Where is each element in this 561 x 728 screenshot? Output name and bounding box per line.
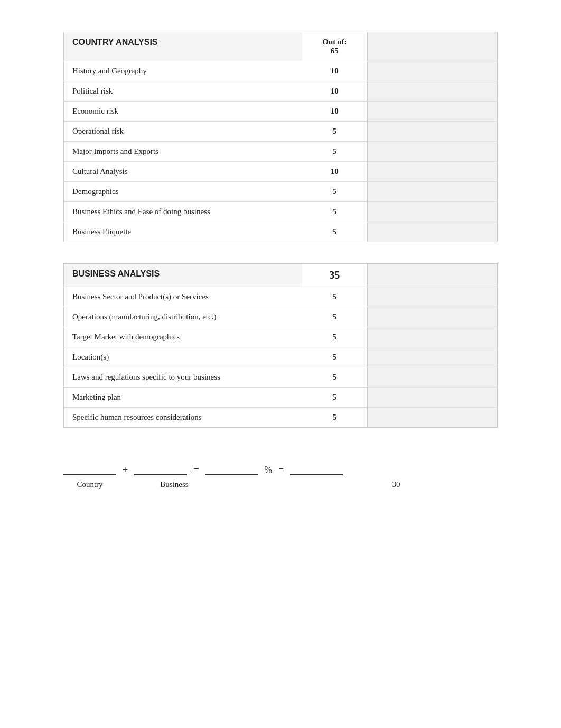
formula-value-30: 30 [370,480,423,489]
country-row-label-5: Cultural Analysis [64,162,303,182]
formula-labels: Country Business 30 [63,480,498,489]
formula-label-business: Business [148,480,201,489]
country-row-score-8: 5 [302,222,367,242]
business-row-label-2: Target Market with demographics [64,327,303,347]
country-row-score-2: 10 [302,102,367,122]
country-row-label-6: Demographics [64,182,303,202]
country-row-input-0[interactable] [367,61,497,81]
country-out-of-header: Out of: 65 [302,32,367,61]
business-row-label-1: Operations (manufacturing, distribution,… [64,307,303,327]
formula-business-blank [134,465,187,475]
country-row-input-4[interactable] [367,142,497,162]
business-row-input-0[interactable] [367,287,497,307]
business-row-input-3[interactable] [367,347,497,367]
business-row-input-5[interactable] [367,388,497,408]
country-row-score-3: 5 [302,122,367,142]
formula-spacer [232,480,338,489]
business-row-input-6[interactable] [367,408,497,428]
business-row-label-6: Specific human resources considerations [64,408,303,428]
country-row-input-6[interactable] [367,182,497,202]
country-row-input-5[interactable] [367,162,497,182]
country-row-score-1: 10 [302,81,367,102]
formula-section: + = % = Country Business 30 [63,449,498,500]
business-score-input-header[interactable] [367,264,497,287]
country-row-score-5: 10 [302,162,367,182]
business-analysis-table: BUSINESS ANALYSIS 35 Business Sector and… [63,263,498,428]
business-row-score-1: 5 [302,307,367,327]
country-row-label-3: Operational risk [64,122,303,142]
country-row-score-7: 5 [302,202,367,222]
country-row-score-0: 10 [302,61,367,81]
business-total-score: 35 [302,264,367,287]
country-row-label-0: History and Geography [64,61,303,81]
country-row-input-8[interactable] [367,222,497,242]
business-row-label-3: Location(s) [64,347,303,367]
country-row-label-2: Economic risk [64,102,303,122]
formula-plus: + [123,465,128,476]
country-row-label-4: Major Imports and Exports [64,142,303,162]
business-analysis-title: BUSINESS ANALYSIS [64,264,303,287]
country-row-label-7: Business Ethics and Ease of doing busine… [64,202,303,222]
formula-line: + = % = [63,465,498,476]
formula-result-blank [205,465,258,475]
country-row-input-2[interactable] [367,102,497,122]
business-row-score-0: 5 [302,287,367,307]
country-row-label-8: Business Etiquette [64,222,303,242]
country-row-score-4: 5 [302,142,367,162]
formula-label-country: Country [63,480,116,489]
formula-equals2: = [278,465,284,476]
country-row-input-7[interactable] [367,202,497,222]
country-score-input-header[interactable] [367,32,497,61]
business-row-score-3: 5 [302,347,367,367]
country-row-input-1[interactable] [367,81,497,102]
country-analysis-title: COUNTRY ANALYSIS [64,32,303,61]
business-row-score-2: 5 [302,327,367,347]
country-row-label-1: Political risk [64,81,303,102]
formula-final-blank [290,465,343,475]
business-row-label-0: Business Sector and Product(s) or Servic… [64,287,303,307]
country-row-score-6: 5 [302,182,367,202]
business-row-input-1[interactable] [367,307,497,327]
business-row-label-5: Marketing plan [64,388,303,408]
business-row-score-5: 5 [302,388,367,408]
country-row-input-3[interactable] [367,122,497,142]
business-row-label-4: Laws and regulations specific to your bu… [64,367,303,388]
formula-country-blank [63,465,116,475]
business-row-score-6: 5 [302,408,367,428]
business-row-input-2[interactable] [367,327,497,347]
country-analysis-table: COUNTRY ANALYSIS Out of: 65 History and … [63,32,498,242]
formula-percent: % [264,465,272,476]
business-row-score-4: 5 [302,367,367,388]
business-row-input-4[interactable] [367,367,497,388]
formula-equals1: = [193,465,199,476]
